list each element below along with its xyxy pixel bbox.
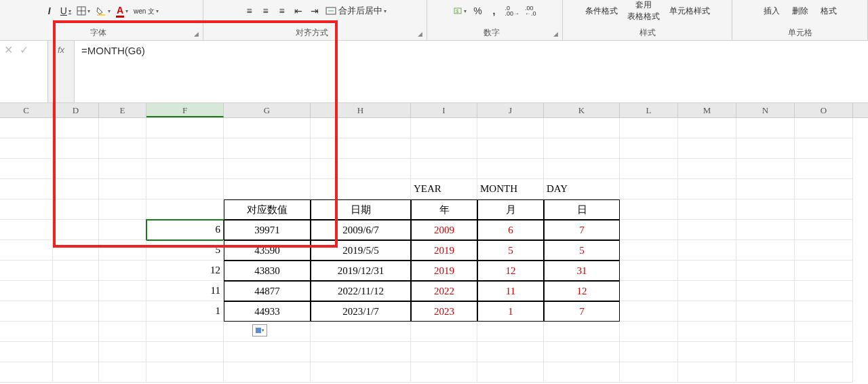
cell[interactable]: 2023 (411, 301, 477, 322)
phonetic-button[interactable]: wen 文 (132, 3, 160, 18)
cell[interactable]: 12 (146, 261, 224, 281)
cell[interactable]: 6 (477, 220, 544, 240)
column-headers: C D E F G H I J K L M N O (0, 103, 868, 118)
cell[interactable]: 2009/6/7 (311, 220, 411, 240)
spreadsheet-grid[interactable]: C D E F G H I J K L M N O YEAR MONTH DAY… (0, 103, 868, 383)
fx-button[interactable]: fx (47, 41, 75, 102)
cell-style-button[interactable]: 单元格样式 (668, 3, 711, 18)
cell[interactable]: 2022/11/12 (311, 281, 411, 301)
table-format-button[interactable]: 套用 表格格式 (626, 3, 661, 18)
col-header[interactable]: O (795, 103, 853, 117)
col-header[interactable]: J (477, 103, 544, 117)
header-year[interactable]: 年 (411, 199, 477, 220)
ribbon-group-font: I U A wen 文 字体 ◢ (0, 0, 203, 41)
cell[interactable]: 43590 (224, 240, 311, 261)
decrease-indent-button[interactable]: ⇤ (292, 3, 305, 18)
cell-F6-active[interactable]: 6 (146, 220, 224, 240)
cells-group-label: 单元格 (788, 27, 812, 39)
italic-button[interactable]: I (43, 3, 56, 18)
accounting-format-button[interactable]: $ (452, 3, 468, 18)
cells-area[interactable]: YEAR MONTH DAY 对应数值 日期 年 月 日 6 39971 200… (0, 118, 868, 383)
increase-decimal-button[interactable]: .0.00→ (503, 3, 521, 18)
cell[interactable]: 5 (477, 240, 544, 261)
col-header[interactable]: I (411, 103, 477, 117)
cell[interactable]: 2009 (411, 220, 477, 240)
styles-group-label: 样式 (639, 27, 656, 39)
increase-indent-button[interactable]: ⇥ (308, 3, 321, 18)
underline-button[interactable]: U (59, 3, 73, 18)
svg-text:$: $ (456, 8, 459, 14)
cell[interactable]: 5 (544, 240, 620, 261)
cell[interactable]: 2023/1/7 (311, 301, 411, 322)
cell[interactable]: 5 (146, 240, 224, 261)
confirm-formula-button[interactable]: ✓ (20, 43, 28, 56)
cell[interactable]: 11 (146, 281, 224, 301)
conditional-format-button[interactable]: 条件格式 (584, 3, 619, 18)
col-header[interactable]: N (736, 103, 795, 117)
format-button[interactable]: 格式 (819, 3, 838, 18)
col-header[interactable]: E (99, 103, 146, 117)
header-date[interactable]: 日期 (311, 199, 411, 220)
borders-button[interactable] (75, 3, 92, 18)
header-month[interactable]: 月 (477, 199, 544, 220)
cell[interactable]: 2019 (411, 261, 477, 281)
autofill-icon (256, 328, 261, 333)
align-right-button[interactable]: ≡ (275, 3, 289, 18)
cell[interactable]: 1 (477, 301, 544, 322)
cell[interactable]: 12 (477, 261, 544, 281)
cell[interactable]: 11 (477, 281, 544, 301)
cell[interactable]: 44877 (224, 281, 311, 301)
formula-input[interactable]: =MONTH(G6) (75, 41, 868, 102)
font-color-button[interactable]: A (115, 3, 130, 18)
number-dialog-launcher[interactable]: ◢ (553, 31, 558, 37)
font-dialog-launcher[interactable]: ◢ (194, 31, 199, 37)
col-header[interactable]: C (0, 103, 53, 117)
ribbon-group-alignment: ≡ ≡ ≡ ⇤ ⇥ 合并后居中 对齐方式 ◢ (203, 0, 427, 41)
col-header[interactable]: M (678, 103, 736, 117)
col-header[interactable]: L (620, 103, 678, 117)
col-header[interactable]: G (224, 103, 311, 117)
cell[interactable]: 1 (146, 301, 224, 322)
autofill-options-button[interactable] (252, 324, 267, 337)
label-day-en[interactable]: DAY (544, 179, 620, 199)
formula-bar: ✕ ✓ fx =MONTH(G6) (0, 41, 868, 103)
merge-center-button[interactable]: 合并后居中 (324, 3, 388, 18)
cell[interactable]: 39971 (224, 220, 311, 240)
cell[interactable]: 2019/5/5 (311, 240, 411, 261)
number-group-label: 数字 (484, 27, 500, 39)
svg-rect-3 (97, 14, 105, 16)
cell[interactable]: 7 (544, 220, 620, 240)
decrease-decimal-button[interactable]: .00←.0 (524, 3, 538, 18)
header-value[interactable]: 对应数值 (224, 199, 311, 220)
cell[interactable]: 2019/12/31 (311, 261, 411, 281)
cell[interactable]: 12 (544, 281, 620, 301)
cell[interactable]: 44933 (224, 301, 311, 322)
cell[interactable]: 43830 (224, 261, 311, 281)
col-header[interactable]: D (53, 103, 99, 117)
cancel-formula-button[interactable]: ✕ (4, 43, 13, 56)
col-header[interactable]: H (311, 103, 411, 117)
ribbon: I U A wen 文 字体 ◢ ≡ ≡ ≡ ⇤ ⇥ 合并后居中 对齐方式 ◢ … (0, 0, 868, 41)
cell[interactable]: 31 (544, 261, 620, 281)
col-header-active[interactable]: F (146, 103, 224, 117)
font-group-label: 字体 (90, 27, 106, 39)
label-year-en[interactable]: YEAR (411, 179, 477, 199)
col-header[interactable]: K (544, 103, 620, 117)
ribbon-group-number: $ % , .0.00→ .00←.0 数字 ◢ (427, 0, 563, 41)
cell[interactable]: 2019 (411, 240, 477, 261)
align-left-button[interactable]: ≡ (243, 3, 256, 18)
align-center-button[interactable]: ≡ (259, 3, 273, 18)
ribbon-group-styles: 条件格式 套用 表格格式 单元格样式 样式 (563, 0, 732, 41)
comma-button[interactable]: , (487, 3, 500, 18)
delete-button[interactable]: 删除 (791, 3, 810, 18)
label-month-en[interactable]: MONTH (477, 179, 544, 199)
ribbon-group-cells: 插入 删除 格式 单元格 (732, 0, 868, 41)
align-dialog-launcher[interactable]: ◢ (418, 31, 422, 37)
insert-button[interactable]: 插入 (762, 3, 781, 18)
cell[interactable]: 7 (544, 301, 620, 322)
percent-button[interactable]: % (471, 3, 484, 18)
cell[interactable]: 2022 (411, 281, 477, 301)
header-day[interactable]: 日 (544, 199, 620, 220)
align-group-label: 对齐方式 (296, 27, 328, 39)
fill-color-button[interactable] (94, 3, 112, 18)
